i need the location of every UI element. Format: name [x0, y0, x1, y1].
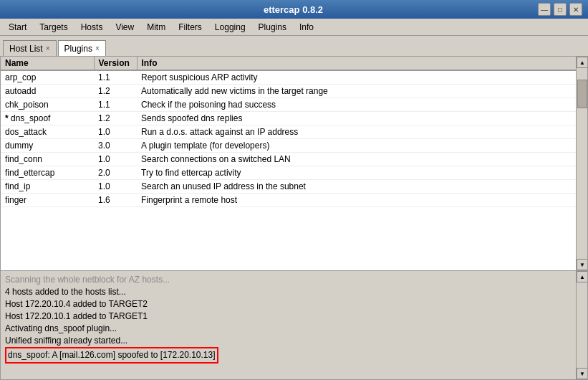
cell-version: 1.6 — [94, 194, 137, 207]
log-line: Host 172.20.10.1 added to TARGET1 — [5, 310, 572, 323]
scrollbar-thumb[interactable] — [577, 80, 587, 108]
menu-bar: StartTargetsHostsViewMitmFiltersLoggingP… — [0, 19, 588, 36]
cell-info: Report suspicious ARP activity — [137, 70, 587, 85]
cell-version: 2.0 — [94, 166, 137, 180]
cell-info: Sends spoofed dns replies — [137, 112, 587, 125]
close-button[interactable]: ✕ — [569, 3, 582, 16]
tab-host-list[interactable]: Host List × — [3, 40, 57, 56]
cell-info: Check if the poisoning had success — [137, 98, 587, 112]
table-scrollbar[interactable]: ▲ ▼ — [576, 57, 587, 270]
log-line: Host 172.20.10.4 added to TARGET2 — [5, 298, 572, 310]
tab-label: Plugins — [64, 44, 92, 54]
cell-name: arp_cop — [1, 70, 94, 85]
log-line: Activating dns_spoof plugin... — [5, 323, 572, 335]
menu-item-plugins[interactable]: Plugins — [253, 21, 292, 34]
table-row[interactable]: find_ip 1.0 Search an unused IP address … — [1, 180, 587, 194]
log-panel: Scanning the whole netblock for AZ hosts… — [0, 271, 588, 380]
col-header-info: Info — [137, 57, 587, 70]
cell-info: Fingerprint a remote host — [137, 194, 587, 207]
cell-version: 1.1 — [94, 70, 137, 85]
cell-info: Run a d.o.s. attack against an IP addres… — [137, 125, 587, 139]
tab-plugins[interactable]: Plugins × — [58, 40, 106, 56]
table-row[interactable]: finger 1.6 Fingerprint a remote host — [1, 194, 587, 207]
cell-version: 1.2 — [94, 85, 137, 98]
cell-version: 1.0 — [94, 125, 137, 139]
cell-name: find_ettercap — [1, 166, 94, 180]
cell-name: * dns_spoof — [1, 112, 94, 125]
log-highlighted-line: dns_spoof: A [mail.126.com] spoofed to [… — [5, 347, 572, 364]
scrollbar-down-button[interactable]: ▼ — [577, 259, 588, 270]
menu-item-info[interactable]: Info — [294, 21, 319, 34]
cell-info: Search an unused IP address in the subne… — [137, 180, 587, 194]
cell-version: 3.0 — [94, 139, 137, 153]
table-header-row: Name Version Info — [1, 57, 587, 70]
cell-info: Automatically add new victims in the tar… — [137, 85, 587, 98]
cell-name: chk_poison — [1, 98, 94, 112]
cell-info: Try to find ettercap activity — [137, 166, 587, 180]
cell-info: A plugin template (for developers) — [137, 139, 587, 153]
minimize-button[interactable]: — — [538, 3, 551, 16]
table-body: arp_cop 1.1 Report suspicious ARP activi… — [1, 70, 587, 207]
menu-item-mitm[interactable]: Mitm — [141, 21, 171, 34]
menu-item-start[interactable]: Start — [3, 21, 32, 34]
log-scrollbar[interactable]: ▲ ▼ — [576, 271, 587, 379]
table-row[interactable]: find_ettercap 2.0 Try to find ettercap a… — [1, 166, 587, 180]
menu-item-hosts[interactable]: Hosts — [75, 21, 109, 34]
log-content: Scanning the whole netblock for AZ hosts… — [1, 271, 576, 379]
tab-label: Host List — [9, 44, 43, 54]
cell-version: 1.0 — [94, 153, 137, 166]
cell-name: find_conn — [1, 153, 94, 166]
window-controls[interactable]: — □ ✕ — [538, 3, 582, 16]
app-title: ettercap 0.8.2 — [49, 4, 538, 15]
plugin-table: Name Version Info arp_cop 1.1 Report sus… — [1, 57, 587, 207]
main-content: Name Version Info arp_cop 1.1 Report sus… — [0, 56, 588, 380]
plugin-table-container: Name Version Info arp_cop 1.1 Report sus… — [0, 56, 588, 271]
col-header-name: Name — [1, 57, 94, 70]
cell-name: dos_attack — [1, 125, 94, 139]
log-line: 4 hosts added to the hosts list... — [5, 286, 572, 298]
maximize-button[interactable]: □ — [554, 3, 567, 16]
table-row[interactable]: dos_attack 1.0 Run a d.o.s. attack again… — [1, 125, 587, 139]
cell-version: 1.0 — [94, 180, 137, 194]
table-row[interactable]: autoadd 1.2 Automatically add new victim… — [1, 85, 587, 98]
scrollbar-up-button[interactable]: ▲ — [577, 57, 588, 68]
menu-item-logging[interactable]: Logging — [209, 21, 251, 34]
table-row[interactable]: dummy 3.0 A plugin template (for develop… — [1, 139, 587, 153]
tab-close-icon[interactable]: × — [46, 44, 50, 52]
tab-close-icon[interactable]: × — [95, 44, 100, 52]
col-header-version: Version — [94, 57, 137, 70]
menu-item-filters[interactable]: Filters — [173, 21, 208, 34]
cell-info: Search connections on a switched LAN — [137, 153, 587, 166]
menu-item-view[interactable]: View — [110, 21, 140, 34]
log-scrollbar-up[interactable]: ▲ — [577, 271, 588, 282]
menu-item-targets[interactable]: Targets — [34, 21, 73, 34]
cell-version: 1.1 — [94, 98, 137, 112]
log-scrollbar-down[interactable]: ▼ — [577, 368, 588, 379]
title-bar: ettercap 0.8.2 — □ ✕ — [0, 0, 588, 19]
log-line: Unified sniffing already started... — [5, 335, 572, 347]
cell-name: find_ip — [1, 180, 94, 194]
table-row[interactable]: * dns_spoof 1.2 Sends spoofed dns replie… — [1, 112, 587, 125]
cell-name: dummy — [1, 139, 94, 153]
tabs-bar: Host List ×Plugins × — [0, 36, 588, 56]
cell-name: finger — [1, 194, 94, 207]
table-row[interactable]: find_conn 1.0 Search connections on a sw… — [1, 153, 587, 166]
table-row[interactable]: chk_poison 1.1 Check if the poisoning ha… — [1, 98, 587, 112]
highlighted-log-text: dns_spoof: A [mail.126.com] spoofed to [… — [5, 347, 218, 364]
log-line: Scanning the whole netblock for AZ hosts… — [5, 274, 572, 286]
active-indicator: * — [5, 113, 11, 123]
cell-name: autoadd — [1, 85, 94, 98]
cell-version: 1.2 — [94, 112, 137, 125]
table-row[interactable]: arp_cop 1.1 Report suspicious ARP activi… — [1, 70, 587, 85]
